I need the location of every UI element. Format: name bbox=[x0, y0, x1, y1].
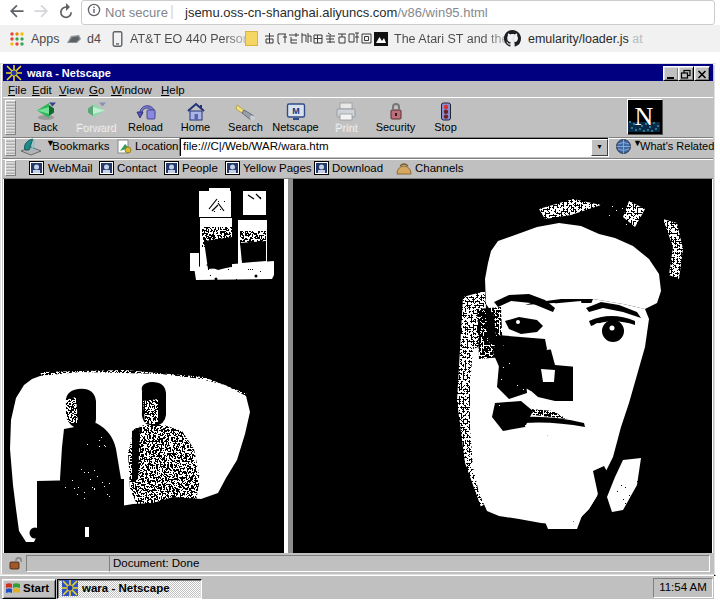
svg-text:M: M bbox=[292, 106, 300, 116]
svg-text:N: N bbox=[635, 102, 654, 131]
